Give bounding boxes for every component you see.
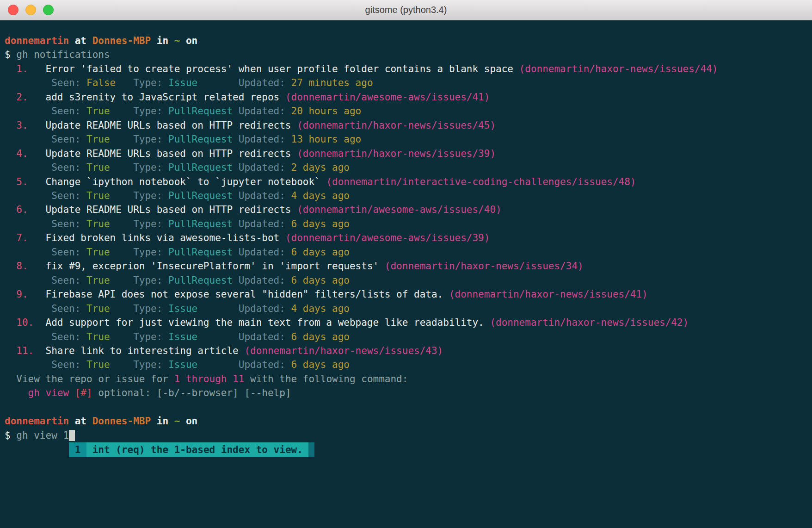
terminal-text: Seen: bbox=[5, 359, 86, 370]
terminal-line: 5. Change `ipython notebook` to `jupyter… bbox=[5, 175, 812, 189]
terminal-line: 1 int (req) the 1-based index to view. bbox=[5, 442, 812, 457]
notification-number: 10. bbox=[5, 317, 34, 328]
terminal-text: True bbox=[86, 162, 110, 173]
terminal-line bbox=[5, 400, 812, 414]
terminal-text: Change `ipython notebook` to `jupyter no… bbox=[28, 176, 326, 187]
repo-link: (donnemartin/haxor-news/issues/41) bbox=[449, 289, 648, 300]
repo-link: (donnemartin/awesome-aws/issues/39) bbox=[285, 232, 490, 243]
terminal-text: True bbox=[86, 218, 110, 230]
terminal-text: 6 days ago bbox=[291, 331, 350, 342]
completion-scrollbar bbox=[308, 442, 314, 457]
notification-number: 7. bbox=[5, 232, 28, 243]
repo-link: (donnemartin/haxor-news/issues/34) bbox=[385, 261, 584, 272]
terminal-line: 6. Update README URLs based on HTTP redi… bbox=[5, 203, 812, 217]
terminal-line: 3. Update README URLs based on HTTP redi… bbox=[5, 118, 812, 132]
terminal-text: with the following command: bbox=[244, 373, 408, 385]
terminal-text: Update README URLs based on HTTP redirec… bbox=[28, 120, 297, 131]
close-button[interactable] bbox=[8, 5, 18, 15]
terminal-line: Seen: True Type: PullRequest Updated: 20… bbox=[5, 104, 812, 118]
notification-number: 9. bbox=[5, 289, 28, 300]
terminal-text: True bbox=[86, 275, 110, 286]
terminal-text: Type: bbox=[110, 247, 168, 258]
terminal-text: at bbox=[69, 35, 92, 46]
terminal-text: Seen: bbox=[5, 247, 86, 258]
terminal-line: Seen: True Type: PullRequest Updated: 6 … bbox=[5, 245, 812, 259]
terminal-line: 11. Share link to interesting article (d… bbox=[5, 344, 812, 358]
repo-link: (donnemartin/haxor-news/issues/42) bbox=[490, 317, 689, 328]
terminal-text: Seen: bbox=[5, 218, 86, 230]
terminal-text: True bbox=[86, 134, 110, 145]
terminal-text: Update README URLs based on HTTP redirec… bbox=[28, 204, 297, 215]
terminal-text: Seen: bbox=[5, 106, 86, 117]
notification-number: 5. bbox=[5, 176, 28, 187]
terminal-line: 7. Fixed broken links via awesome-lists-… bbox=[5, 231, 812, 245]
terminal-text: Type: bbox=[116, 77, 168, 88]
terminal-text: $ bbox=[5, 49, 11, 60]
terminal-text: PullRequest bbox=[168, 106, 233, 117]
terminal-text: Error 'failed to create process' when us… bbox=[28, 63, 519, 75]
terminal-line: Seen: True Type: PullRequest Updated: 13… bbox=[5, 132, 812, 146]
terminal-text: True bbox=[86, 331, 110, 342]
notification-number: 1. bbox=[5, 63, 28, 75]
terminal-text: Type: bbox=[110, 134, 168, 145]
terminal-text: Fixed broken links via awesome-lists-bot bbox=[28, 232, 285, 243]
terminal-text: True bbox=[86, 247, 110, 258]
terminal-text bbox=[5, 444, 69, 455]
traffic-lights bbox=[8, 0, 54, 20]
terminal-text: Type: bbox=[110, 190, 168, 201]
terminal-text: 6 days ago bbox=[291, 275, 350, 286]
terminal-text: in bbox=[151, 35, 174, 46]
terminal-text: Type: bbox=[110, 331, 168, 342]
terminal-text: 1 through 11 bbox=[174, 373, 245, 385]
terminal-line: Seen: True Type: PullRequest Updated: 2 … bbox=[5, 161, 812, 174]
completion-index: 1 bbox=[69, 442, 86, 457]
prompt-host: Donnes-MBP bbox=[92, 416, 151, 427]
terminal-text: 13 hours ago bbox=[291, 134, 362, 145]
terminal-line: Seen: True Type: Issue Updated: 4 days a… bbox=[5, 302, 812, 316]
minimize-button[interactable] bbox=[25, 5, 36, 15]
terminal-text: Seen: bbox=[5, 190, 86, 201]
repo-link: (donnemartin/awesome-aws/issues/41) bbox=[285, 92, 490, 103]
terminal-text: at bbox=[69, 416, 92, 427]
terminal-line: $ gh notifications bbox=[5, 48, 812, 62]
terminal-line: Seen: False Type: Issue Updated: 27 minu… bbox=[5, 76, 812, 90]
terminal-text: Seen: bbox=[5, 303, 86, 314]
terminal-text: optional: [-b/--browser] [--help] bbox=[92, 387, 291, 398]
terminal-text: Update README URLs based on HTTP redirec… bbox=[28, 148, 297, 159]
terminal-text: Updated: bbox=[233, 134, 291, 145]
terminal-text: Updated: bbox=[233, 162, 291, 173]
zoom-button[interactable] bbox=[43, 5, 54, 15]
repo-link: (donnemartin/haxor-news/issues/43) bbox=[244, 345, 443, 356]
terminal-text: 6 days ago bbox=[291, 359, 350, 370]
text-cursor bbox=[69, 430, 75, 441]
titlebar[interactable]: gitsome (python3.4) bbox=[0, 0, 812, 20]
terminal-text: Type: bbox=[110, 359, 168, 370]
terminal-text: Updated: bbox=[233, 106, 291, 117]
notification-number: 11. bbox=[5, 345, 34, 356]
terminal-text: 20 hours ago bbox=[291, 106, 362, 117]
terminal-text: Type: bbox=[110, 303, 168, 314]
terminal-text: Updated: bbox=[233, 190, 291, 201]
terminal-text: Share link to interesting article bbox=[34, 345, 244, 356]
prompt-user: donnemartin bbox=[5, 416, 69, 427]
terminal-line: $ gh view 1 bbox=[5, 429, 812, 442]
terminal-text: gh notifications bbox=[11, 49, 110, 60]
terminal-text: [#] bbox=[75, 387, 92, 398]
terminal-text: Updated: bbox=[197, 331, 291, 342]
notification-number: 2. bbox=[5, 92, 28, 103]
terminal-line: 2. add s3renity to JavaScript related re… bbox=[5, 90, 812, 104]
terminal-text: Seen: bbox=[5, 77, 86, 88]
terminal-text: PullRequest bbox=[168, 134, 233, 145]
terminal-text: Firebase API does not expose several "hi… bbox=[28, 289, 449, 300]
terminal-line: 10. Add support for just viewing the mai… bbox=[5, 316, 812, 329]
terminal-output: donnemartin at Donnes-MBP in ~ on$ gh no… bbox=[0, 20, 812, 457]
terminal-text: Updated: bbox=[197, 77, 291, 88]
terminal-text: Seen: bbox=[5, 331, 86, 342]
terminal-text: ~ bbox=[174, 35, 180, 46]
terminal-line: Seen: True Type: Issue Updated: 6 days a… bbox=[5, 330, 812, 344]
terminal-text: Type: bbox=[110, 162, 168, 173]
terminal-text: View the repo or issue for bbox=[5, 373, 174, 385]
terminal-text: in bbox=[151, 416, 174, 427]
terminal-line: Seen: True Type: Issue Updated: 6 days a… bbox=[5, 358, 812, 372]
terminal-screen[interactable]: donnemartin at Donnes-MBP in ~ on$ gh no… bbox=[0, 20, 812, 528]
